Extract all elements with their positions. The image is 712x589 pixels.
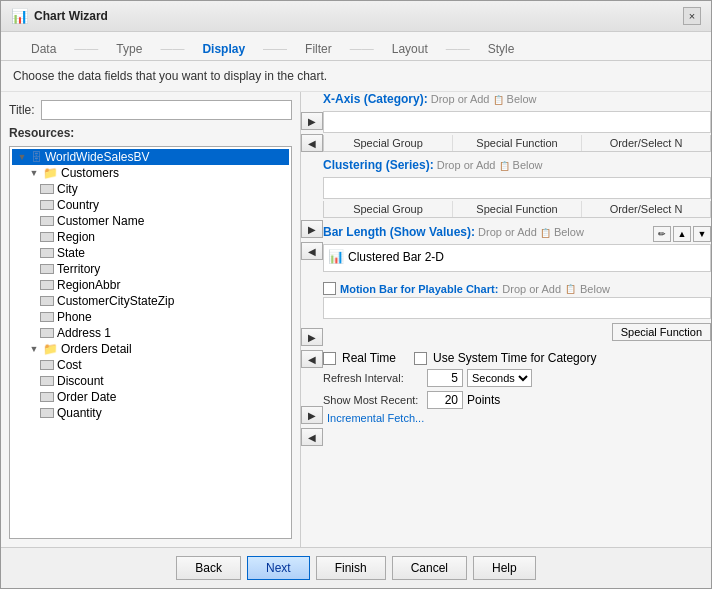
- tree-item-orders-detail[interactable]: ▼ 📁 Orders Detail: [12, 341, 289, 357]
- clustering-drop-area[interactable]: [323, 177, 711, 199]
- add-barlength-button[interactable]: ▶: [301, 328, 323, 346]
- folder-icon: 📁: [43, 166, 58, 180]
- show-recent-input[interactable]: [427, 391, 463, 409]
- tree-item-worldwidesalesbv[interactable]: ▼ 🗄 WorldWideSalesBV: [12, 149, 289, 165]
- tab-style[interactable]: Style: [470, 38, 533, 60]
- incremental-fetch-link[interactable]: Incremental Fetch...: [323, 412, 424, 424]
- below-icon2: 📋: [499, 161, 510, 171]
- subtitle: Choose the data fields that you want to …: [1, 61, 711, 92]
- expand-icon: ▼: [28, 167, 40, 179]
- remove-motion-button[interactable]: ◀: [301, 428, 323, 446]
- list-item[interactable]: Address 1: [12, 325, 289, 341]
- tab-display[interactable]: Display: [184, 38, 263, 60]
- field-icon: [40, 216, 54, 226]
- add-clustering-button[interactable]: ▶: [301, 220, 323, 238]
- remove-clustering-button[interactable]: ◀: [301, 242, 323, 260]
- expand-icon: ▼: [16, 151, 28, 163]
- barlength-keyword: Bar Length (Show Values):: [323, 225, 475, 239]
- motion-drop-area[interactable]: [323, 297, 711, 319]
- realtime-label: Real Time: [342, 351, 396, 365]
- field-icon: [40, 392, 54, 402]
- xaxis-tab-special-group[interactable]: Special Group: [324, 135, 453, 151]
- list-item[interactable]: Territory: [12, 261, 289, 277]
- field-icon: [40, 296, 54, 306]
- tree-item-customers[interactable]: ▼ 📁 Customers: [12, 165, 289, 181]
- xaxis-drop-hint: Drop or Add: [431, 93, 490, 105]
- db-icon: 🗄: [31, 151, 42, 163]
- tree-label: Orders Detail: [61, 342, 132, 356]
- list-item[interactable]: CustomerCityStateZip: [12, 293, 289, 309]
- remove-barlength-button[interactable]: ◀: [301, 350, 323, 368]
- field-icon: [40, 328, 54, 338]
- expand-icon: ▼: [28, 343, 40, 355]
- clustering-tab-special-function[interactable]: Special Function: [453, 201, 582, 217]
- refresh-row: Refresh Interval: Seconds Minutes Hours: [323, 369, 711, 387]
- field-icon: [40, 264, 54, 274]
- tab-data[interactable]: Data: [13, 38, 74, 60]
- xaxis-tab-order-select[interactable]: Order/Select N: [582, 135, 710, 151]
- finish-button[interactable]: Finish: [316, 556, 386, 580]
- list-item[interactable]: Cost: [12, 357, 289, 373]
- titlebar: 📊 Chart Wizard ×: [1, 1, 711, 32]
- tree-label: Region: [57, 230, 95, 244]
- clustering-below-text: Below: [513, 159, 543, 171]
- xaxis-tab-special-function[interactable]: Special Function: [453, 135, 582, 151]
- barlength-section: Bar Length (Show Values): Drop or Add 📋 …: [323, 224, 711, 272]
- refresh-unit-select[interactable]: Seconds Minutes Hours: [467, 369, 532, 387]
- tab-filter[interactable]: Filter: [287, 38, 350, 60]
- remove-xaxis-button[interactable]: ◀: [301, 134, 323, 152]
- tree-label: RegionAbbr: [57, 278, 120, 292]
- barlength-header: Bar Length (Show Values): Drop or Add 📋 …: [323, 224, 711, 242]
- field-icon: [40, 232, 54, 242]
- add-motion-button[interactable]: ▶: [301, 406, 323, 424]
- show-recent-label: Show Most Recent:: [323, 394, 423, 406]
- cancel-button[interactable]: Cancel: [392, 556, 467, 580]
- list-item[interactable]: Country: [12, 197, 289, 213]
- title-input[interactable]: [41, 100, 292, 120]
- xaxis-label: X-Axis (Category): Drop or Add 📋 Below: [323, 92, 711, 106]
- xaxis-tabs: Special Group Special Function Order/Sel…: [323, 135, 711, 152]
- add-xaxis-button[interactable]: ▶: [301, 112, 323, 130]
- xaxis-drop-area[interactable]: [323, 111, 711, 133]
- help-button[interactable]: Help: [473, 556, 536, 580]
- refresh-input[interactable]: [427, 369, 463, 387]
- tab-type[interactable]: Type: [98, 38, 160, 60]
- realtime-section: Real Time Use System Time for Category R…: [323, 347, 711, 425]
- realtime-checkbox[interactable]: [323, 352, 336, 365]
- list-item[interactable]: Customer Name: [12, 213, 289, 229]
- back-button[interactable]: Back: [176, 556, 241, 580]
- list-item[interactable]: Quantity: [12, 405, 289, 421]
- list-item[interactable]: Phone: [12, 309, 289, 325]
- folder-icon: 📁: [43, 342, 58, 356]
- next-button[interactable]: Next: [247, 556, 310, 580]
- close-button[interactable]: ×: [683, 7, 701, 25]
- clustering-tabs: Special Group Special Function Order/Sel…: [323, 201, 711, 218]
- clustering-tab-order-select[interactable]: Order/Select N: [582, 201, 710, 217]
- list-item[interactable]: City: [12, 181, 289, 197]
- list-item[interactable]: Order Date: [12, 389, 289, 405]
- move-up-button[interactable]: ▲: [673, 226, 691, 242]
- realtime-row: Real Time Use System Time for Category: [323, 351, 711, 365]
- use-system-time-checkbox[interactable]: [414, 352, 427, 365]
- edit-barlength-button[interactable]: ✏: [653, 226, 671, 242]
- tree-label: Country: [57, 198, 99, 212]
- field-icon: [40, 312, 54, 322]
- list-item[interactable]: State: [12, 245, 289, 261]
- list-item[interactable]: Discount: [12, 373, 289, 389]
- motion-special-function-button[interactable]: Special Function: [612, 323, 711, 341]
- tab-layout[interactable]: Layout: [374, 38, 446, 60]
- clustering-tab-special-group[interactable]: Special Group: [324, 201, 453, 217]
- barlength-drop-area[interactable]: 📊 Clustered Bar 2-D: [323, 244, 711, 272]
- clustering-section: Clustering (Series): Drop or Add 📋 Below…: [323, 158, 711, 218]
- tree-container[interactable]: ▼ 🗄 WorldWideSalesBV ▼ 📁 Customers City: [9, 146, 292, 539]
- use-system-time-label: Use System Time for Category: [433, 351, 596, 365]
- tree-label: City: [57, 182, 78, 196]
- barlength-item: 📊 Clustered Bar 2-D: [326, 247, 708, 266]
- list-item[interactable]: Region: [12, 229, 289, 245]
- chart-icon: 📊: [11, 8, 28, 24]
- motion-checkbox[interactable]: [323, 282, 336, 295]
- move-down-button[interactable]: ▼: [693, 226, 711, 242]
- xaxis-below-text: Below: [507, 93, 537, 105]
- list-item[interactable]: RegionAbbr: [12, 277, 289, 293]
- motion-label: Motion Bar for Playable Chart:: [340, 283, 498, 295]
